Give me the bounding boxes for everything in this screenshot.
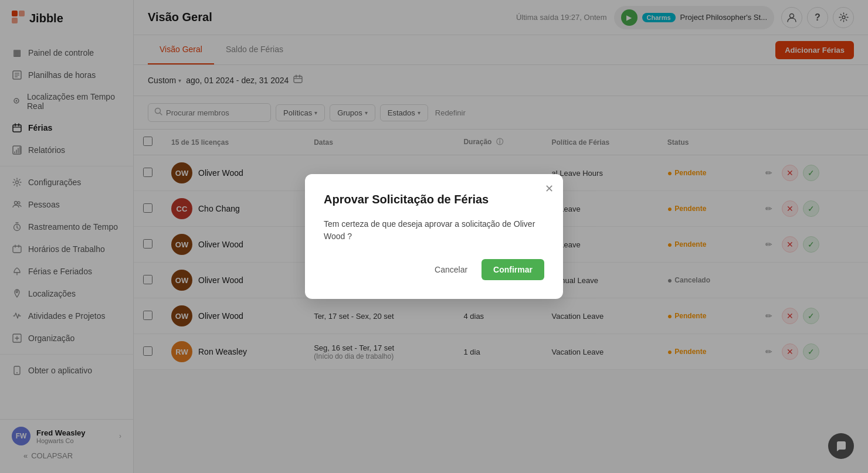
modal-confirm-button[interactable]: Confirmar [482, 259, 544, 280]
modal-cancel-button[interactable]: Cancelar [428, 259, 474, 280]
modal-overlay: ✕ Aprovar Solicitação de Férias Tem cert… [0, 0, 868, 473]
modal-title: Aprovar Solicitação de Férias [324, 193, 544, 206]
modal-close-button[interactable]: ✕ [545, 183, 554, 194]
modal-body: Tem certeza de que deseja aprovar a soli… [324, 218, 544, 243]
modal-actions: Cancelar Confirmar [324, 259, 544, 280]
approve-vacation-modal: ✕ Aprovar Solicitação de Férias Tem cert… [305, 174, 563, 299]
